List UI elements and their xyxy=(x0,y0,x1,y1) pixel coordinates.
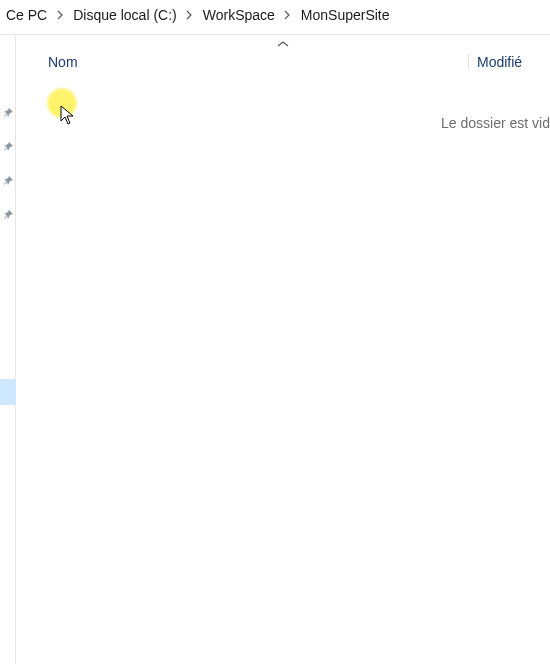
file-list-area[interactable]: Nom Modifié Le dossier est vid xyxy=(16,35,550,664)
empty-folder-message: Le dossier est vid xyxy=(441,115,550,131)
column-header-modified[interactable]: Modifié xyxy=(468,54,548,70)
cursor-highlight xyxy=(46,87,78,119)
sidebar-selected-item[interactable] xyxy=(0,379,16,405)
breadcrumb-item-workspace[interactable]: WorkSpace xyxy=(197,7,281,23)
cursor-icon xyxy=(60,105,76,127)
breadcrumb-item-monsupersite[interactable]: MonSuperSite xyxy=(295,7,396,23)
breadcrumb-item-ce-pc[interactable]: Ce PC xyxy=(0,7,53,23)
pin-icon xyxy=(2,141,14,153)
explorer-body: Nom Modifié Le dossier est vid xyxy=(0,34,550,664)
pin-icon xyxy=(2,209,14,221)
pin-icon xyxy=(2,175,14,187)
chevron-up-icon[interactable] xyxy=(16,41,550,47)
breadcrumb[interactable]: Ce PC Disque local (C:) WorkSpace MonSup… xyxy=(0,0,550,30)
chevron-right-icon[interactable] xyxy=(281,10,295,20)
breadcrumb-item-disque-local[interactable]: Disque local (C:) xyxy=(67,7,182,23)
pin-icon xyxy=(2,107,14,119)
sidebar-quick-access xyxy=(0,35,16,664)
column-headers: Nom Modifié xyxy=(16,47,550,77)
column-header-name[interactable]: Nom xyxy=(16,54,468,70)
chevron-right-icon[interactable] xyxy=(183,10,197,20)
chevron-right-icon[interactable] xyxy=(53,10,67,20)
